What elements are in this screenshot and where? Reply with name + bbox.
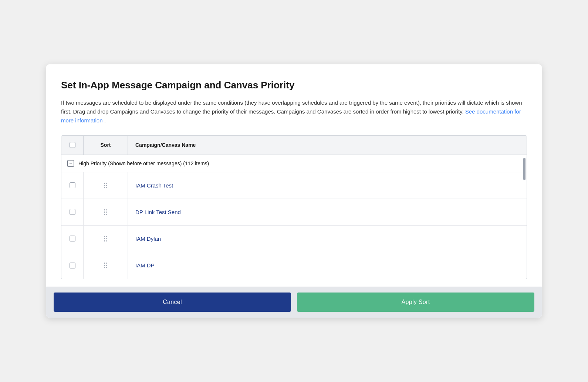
- drag-dot: [104, 240, 105, 241]
- row-drag-col-1[interactable]: [84, 172, 128, 199]
- group-label: High Priority (Shown before other messag…: [78, 160, 209, 166]
- campaign-name-2[interactable]: DP Link Test Send: [128, 209, 527, 215]
- header-checkbox-col: [61, 136, 84, 155]
- row-checkbox-2[interactable]: [70, 209, 75, 215]
- description: If two messages are scheduled to be disp…: [61, 98, 527, 125]
- drag-dot: [106, 236, 107, 237]
- drag-dot: [104, 265, 105, 266]
- modal-container: Set In-App Message Campaign and Canvas P…: [46, 64, 542, 318]
- row-drag-col-4[interactable]: [84, 252, 128, 279]
- header-name-col: Campaign/Canvas Name: [128, 142, 527, 148]
- drag-dot: [106, 240, 107, 241]
- drag-dot: [106, 209, 107, 210]
- row-checkbox-col-4: [61, 252, 84, 279]
- drag-dot: [104, 214, 105, 215]
- drag-dot: [106, 183, 107, 184]
- drag-dot: [104, 187, 105, 188]
- header-sort-col: Sort: [84, 136, 128, 155]
- drag-dot: [106, 238, 107, 239]
- campaign-name-3[interactable]: IAM Dylan: [128, 236, 527, 242]
- priority-table: Sort Campaign/Canvas Name High Priority …: [61, 135, 527, 279]
- drag-dot: [106, 214, 107, 215]
- apply-sort-button[interactable]: Apply Sort: [297, 293, 534, 312]
- table-row: IAM Dylan: [61, 226, 527, 252]
- group-header-row: High Priority (Shown before other messag…: [61, 155, 527, 172]
- sort-column-label: Sort: [101, 142, 111, 148]
- collapse-icon[interactable]: [67, 160, 74, 167]
- cancel-button[interactable]: Cancel: [54, 293, 291, 312]
- drag-dot: [104, 238, 105, 239]
- table-row: IAM DP: [61, 252, 527, 279]
- row-checkbox-col-2: [61, 199, 84, 225]
- row-drag-col-2[interactable]: [84, 199, 128, 225]
- drag-dot: [106, 212, 107, 213]
- drag-dot: [104, 212, 105, 213]
- row-drag-col-3[interactable]: [84, 226, 128, 252]
- table-header: Sort Campaign/Canvas Name: [61, 136, 527, 155]
- modal-content: Set In-App Message Campaign and Canvas P…: [46, 64, 542, 287]
- campaign-name-4[interactable]: IAM DP: [128, 262, 527, 268]
- drag-dot: [106, 187, 107, 188]
- table-row: IAM Crash Test: [61, 172, 527, 199]
- row-checkbox-3[interactable]: [70, 236, 75, 241]
- drag-dot: [106, 267, 107, 268]
- page-title: Set In-App Message Campaign and Canvas P…: [61, 79, 527, 92]
- row-checkbox-4[interactable]: [70, 263, 75, 268]
- drag-dot: [104, 263, 105, 264]
- row-checkbox-1[interactable]: [70, 182, 75, 188]
- drag-handle-1[interactable]: [104, 183, 107, 188]
- drag-dot: [104, 183, 105, 184]
- drag-dot: [104, 209, 105, 210]
- description-text-end: .: [104, 117, 106, 124]
- drag-handle-4[interactable]: [104, 263, 107, 268]
- description-text-part1: If two messages are scheduled to be disp…: [61, 99, 522, 115]
- header-checkbox[interactable]: [70, 142, 75, 148]
- row-checkbox-col-3: [61, 226, 84, 252]
- drag-dot: [106, 185, 107, 186]
- drag-dot: [106, 263, 107, 264]
- drag-dot: [104, 267, 105, 268]
- drag-dot: [104, 236, 105, 237]
- drag-dot: [104, 185, 105, 186]
- scrollbar-indicator[interactable]: [523, 158, 526, 180]
- campaign-name-1[interactable]: IAM Crash Test: [128, 182, 527, 189]
- drag-dot: [106, 265, 107, 266]
- row-checkbox-col-1: [61, 172, 84, 199]
- modal-footer: Cancel Apply Sort: [46, 287, 542, 318]
- name-column-label: Campaign/Canvas Name: [135, 142, 196, 148]
- drag-handle-2[interactable]: [104, 209, 107, 215]
- drag-handle-3[interactable]: [104, 236, 107, 241]
- table-row: DP Link Test Send: [61, 199, 527, 226]
